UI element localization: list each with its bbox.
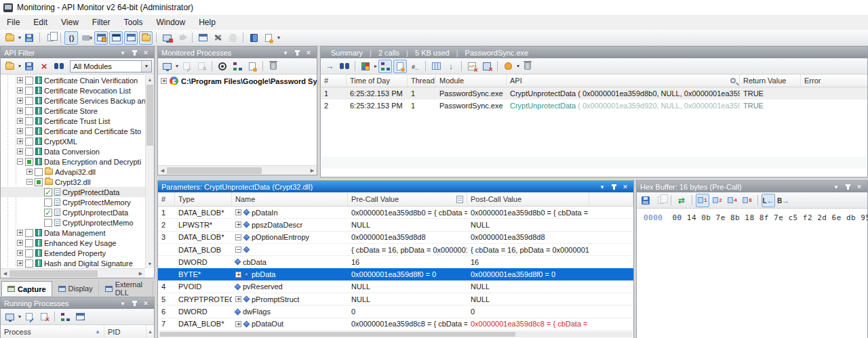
parameter-row[interactable]: DATA_BLOB{ cbData = 16, pbData = 0x00000… <box>158 244 633 256</box>
checkbox[interactable] <box>25 249 33 257</box>
break-on-call-button[interactable] <box>501 60 515 73</box>
tree-item[interactable]: Certificate Chain Verification <box>1 75 145 85</box>
monitor-new-process-button[interactable] <box>160 60 174 73</box>
output-window-toggle[interactable] <box>139 31 153 45</box>
tree-item[interactable]: CryptProtectData <box>1 187 145 197</box>
load-filter-button[interactable] <box>3 60 16 73</box>
checkbox[interactable] <box>25 138 33 146</box>
checkbox[interactable] <box>44 188 52 196</box>
panel-menu-icon[interactable]: ▾ <box>118 299 127 308</box>
tree-item[interactable]: Data Conversion <box>1 146 145 156</box>
toolbar-overflow[interactable]: ▾ <box>277 35 280 41</box>
column-header-postcall[interactable]: Post-Call Value <box>467 192 589 206</box>
panel-menu-icon[interactable]: ▾ <box>831 183 841 191</box>
checkbox[interactable] <box>35 178 43 186</box>
expand-icon[interactable] <box>17 128 23 134</box>
process-tree-button[interactable] <box>58 310 72 324</box>
scroll-right-arrow[interactable]: ▶ <box>136 269 145 278</box>
parameter-row[interactable]: BYTE*pbData0x0000001ea359d8f0 = 00x00000… <box>158 268 633 280</box>
checkbox[interactable] <box>25 87 33 95</box>
panel-menu-icon[interactable]: ▾ <box>597 183 607 191</box>
tree-item[interactable]: CryptProtectMemory <box>1 197 145 207</box>
autoscroll-button[interactable] <box>444 60 458 73</box>
remove-process-button[interactable] <box>267 60 280 73</box>
column-header-precall[interactable]: Pre-Call Value <box>348 192 467 206</box>
open-file-dropdown[interactable]: ▾ <box>18 35 21 41</box>
expand-icon[interactable] <box>17 240 23 246</box>
column-header-process[interactable]: Process ▲ <box>1 325 104 338</box>
scroll-left-arrow[interactable]: ◀ <box>1 269 9 278</box>
tree-item[interactable]: Data Management <box>1 228 145 238</box>
tree-horizontal-scrollbar[interactable]: ◀ ▶ <box>1 268 145 278</box>
highlight-colors-dropdown[interactable]: ▸ <box>374 63 377 69</box>
group-bytes-1-toggle[interactable]: 1 <box>696 194 709 207</box>
scrollbar-thumb[interactable] <box>167 167 262 174</box>
find-button[interactable] <box>338 60 351 73</box>
help-doc-button[interactable] <box>262 31 275 45</box>
parameters-window-toggle[interactable] <box>109 31 123 45</box>
expand-icon[interactable] <box>235 247 241 253</box>
tree-item[interactable]: Enhanced Key Usage <box>1 238 145 248</box>
tree-item[interactable]: Certificate Store <box>1 106 145 116</box>
process-properties-button[interactable] <box>245 60 259 73</box>
tree-item[interactable]: CryptUnprotectData <box>1 207 145 217</box>
goto-call-button[interactable] <box>323 60 336 73</box>
tools-button[interactable] <box>211 31 224 45</box>
line-numbers-toggle[interactable] <box>408 60 422 73</box>
menu-item-view[interactable]: View <box>54 16 85 29</box>
close-icon[interactable]: ✕ <box>854 183 864 191</box>
monitored-horizontal-scrollbar[interactable]: ◀ ▶ <box>158 165 317 175</box>
parameter-row[interactable]: 3DATA_BLOB*pOptionalEntropy0x0000001ea35… <box>158 232 633 244</box>
checkbox[interactable] <box>25 97 33 105</box>
parameter-row[interactable]: 5CRYPTPROTECT...pPromptStructNULLNULL <box>158 293 633 305</box>
checkbox[interactable] <box>25 127 33 135</box>
checkbox[interactable] <box>44 219 52 227</box>
scrollbar-thumb[interactable] <box>146 85 153 146</box>
modules-combobox-arrow[interactable]: ▼ <box>141 61 151 72</box>
checkbox[interactable] <box>25 158 33 166</box>
expand-icon[interactable] <box>26 179 33 185</box>
checkbox[interactable] <box>25 229 33 237</box>
big-endian-toggle[interactable]: B→ <box>776 194 790 207</box>
help-contents-button[interactable] <box>247 31 260 45</box>
modules-combobox[interactable]: All Modules ▼ <box>70 60 152 72</box>
tree-item[interactable]: Certificate Services Backup an <box>1 96 145 106</box>
expand-icon[interactable] <box>26 169 33 175</box>
column-header-name[interactable]: Name <box>232 192 348 206</box>
tree-item[interactable]: Certificate Revocation List <box>1 85 145 96</box>
little-endian-toggle[interactable]: L← <box>762 194 775 207</box>
clear-filter-button[interactable] <box>37 60 51 73</box>
menu-item-window[interactable]: Window <box>150 16 193 29</box>
copy-button[interactable] <box>43 31 57 45</box>
tree-item[interactable]: CryptUnprotectMemo <box>1 217 145 228</box>
scroll-up-arrow[interactable]: ▲ <box>146 325 154 338</box>
panel-menu-icon[interactable]: ▾ <box>281 49 290 57</box>
parameter-row[interactable]: 1DATA_BLOB*pDataIn0x0000001ea359d8b0 = {… <box>158 207 633 219</box>
menu-item-help[interactable]: Help <box>192 16 222 29</box>
checkbox[interactable] <box>25 148 33 156</box>
checkbox[interactable] <box>25 259 33 268</box>
mute-alerts-button[interactable] <box>175 31 189 45</box>
clear-calls-button[interactable] <box>521 60 534 73</box>
save-filter-button[interactable] <box>22 60 36 73</box>
expand-icon[interactable] <box>235 296 241 302</box>
column-header-time[interactable]: Time of Day <box>347 75 408 87</box>
menu-item-filter[interactable]: Filter <box>85 16 117 29</box>
expand-icon[interactable] <box>235 221 241 228</box>
checkbox[interactable] <box>44 198 52 207</box>
monitor-process-button[interactable] <box>3 310 16 324</box>
monitored-process-item[interactable]: C:\Program Files\Google\Password Sync\Pa <box>158 75 317 85</box>
expand-icon[interactable] <box>17 148 23 154</box>
column-header-thread[interactable]: Thread <box>408 75 436 87</box>
expand-icon[interactable] <box>161 78 167 84</box>
pin-icon[interactable] <box>609 183 618 191</box>
checkbox[interactable] <box>25 117 33 125</box>
tree-item[interactable]: Advapi32.dll <box>1 167 145 177</box>
com-monitoring-button[interactable] <box>79 31 93 45</box>
column-header-num[interactable]: # <box>321 75 347 87</box>
tree-vertical-scrollbar[interactable]: ▲ ▼ <box>145 75 154 268</box>
close-icon[interactable]: ✕ <box>304 49 313 57</box>
expand-icon[interactable] <box>17 230 23 236</box>
checkbox[interactable] <box>35 168 43 176</box>
tab-capture[interactable]: Capture <box>1 281 52 296</box>
